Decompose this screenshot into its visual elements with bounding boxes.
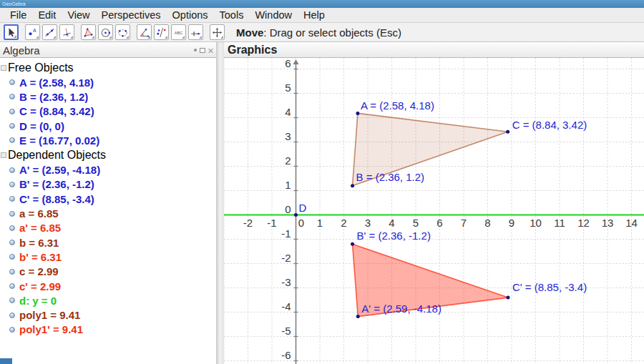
point-A[interactable] [356,112,359,115]
visibility-marble-icon[interactable] [9,327,15,333]
x-axis-label: 4 [389,217,394,229]
point-label-B-prime: B' = (2.36, -1.2) [357,230,431,242]
geogebra-window: GeoGebra File Edit View Perspectives Opt… [0,0,644,364]
visibility-marble-icon[interactable] [9,182,15,187]
panel-close-icon[interactable] [208,48,213,53]
visibility-marble-icon[interactable] [9,240,15,245]
tool-hint: Move: Drag or select objects (Esc) [236,26,401,39]
algebra-item-b[interactable]: b = 6.31 [0,235,216,250]
algebra-panel-header: Algebra [0,42,216,58]
x-axis-label: 8 [484,217,490,229]
panel-menu-icon[interactable] [194,49,197,51]
move-tool-button[interactable] [4,24,19,40]
point-label-B: B = (2.36, 1.2) [356,171,424,183]
move-canvas-icon [211,26,223,39]
algebra-item-d[interactable]: d: y = 0 [0,293,216,308]
svg-text:A: A [33,28,36,33]
menu-item-view[interactable]: View [62,8,95,22]
window-title: GeoGebra [2,1,26,6]
visibility-marble-icon[interactable] [9,225,15,231]
perpendicular-line-tool-button[interactable] [59,24,74,40]
algebra-item-c[interactable]: c = 2.99 [0,265,216,279]
window-titlebar[interactable]: GeoGebra [0,0,644,8]
algebra-item-text: poly1' = 9.41 [19,323,83,335]
visibility-marble-icon[interactable] [9,283,15,289]
visibility-marble-icon[interactable] [9,123,15,129]
menu-item-help[interactable]: Help [298,8,331,22]
algebra-item-B-prime[interactable]: B' = (2.36, -1.2) [0,177,216,192]
algebra-item-text: E = (16.77, 0.02) [19,134,99,147]
visibility-marble-icon[interactable] [9,137,15,143]
slider-tool-button[interactable] [188,24,203,40]
visibility-marble-icon[interactable] [9,167,15,173]
collapse-icon[interactable] [1,152,6,158]
algebra-item-a[interactable]: a = 6.85 [0,206,216,220]
angle-tool-button[interactable] [137,24,152,40]
line-tool-button[interactable] [42,24,57,40]
algebra-item-c-prime[interactable]: c' = 2.99 [0,279,216,293]
y-axis-label: 1 [285,179,291,191]
point-D[interactable] [294,213,298,217]
visibility-marble-icon[interactable] [9,196,15,202]
point-A-prime[interactable] [356,315,360,318]
algebra-item-A-prime[interactable]: A' = (2.59, -4.18) [0,162,216,177]
line-icon [44,26,56,39]
algebra-item-D[interactable]: D = (0, 0) [0,119,216,133]
x-axis-label: 1 [317,217,323,229]
ellipse-tool-button[interactable] [115,24,130,40]
point-B[interactable] [351,184,354,187]
y-axis-label: -2 [281,252,291,264]
move-graphics-view-button[interactable] [210,24,225,40]
menu-item-tools[interactable]: Tools [214,8,250,22]
algebra-item-C-prime[interactable]: C' = (8.85, -3.4) [0,192,216,206]
x-axis-label: 2 [341,217,346,229]
algebra-panel: Algebra Free ObjectsA = (2.58, 4.18)B = … [0,42,216,364]
algebra-item-poly1[interactable]: poly1 = 9.41 [0,308,216,322]
circle-tool-button[interactable] [98,24,113,40]
visibility-marble-icon[interactable] [9,313,15,318]
algebra-item-E[interactable]: E = (16.77, 0.02) [0,133,216,147]
abc-text-icon: ABC [172,26,185,39]
panel-divider[interactable] [216,42,224,364]
visibility-marble-icon[interactable] [9,269,15,275]
algebra-item-b-prime[interactable]: b' = 6.31 [0,250,216,264]
graphics-canvas[interactable]: -2-1012345678910111213146543210-1-2-3-4-… [224,58,644,364]
point-tool-button[interactable]: A [25,24,40,40]
algebra-section-dependent-objects[interactable]: Dependent Objects [0,147,216,162]
algebra-item-text: C' = (8.85, -3.4) [19,193,94,205]
algebra-item-a-prime[interactable]: a' = 6.85 [0,221,216,235]
algebra-item-text: B' = (2.36, -1.2) [19,178,94,190]
algebra-item-C[interactable]: C = (8.84, 3.42) [0,104,216,119]
x-axis-label: 11 [554,217,565,229]
collapse-icon[interactable] [1,65,6,71]
algebra-section-label: Free Objects [8,62,74,74]
visibility-marble-icon[interactable] [9,94,15,99]
algebra-section-free-objects[interactable]: Free Objects [0,60,216,75]
algebra-item-text: b' = 6.31 [19,251,62,263]
algebra-item-text: a' = 6.85 [19,222,61,234]
algebra-item-B[interactable]: B = (2.36, 1.2) [0,89,216,104]
point-C[interactable] [506,130,509,134]
text-tool-button[interactable]: ABC [171,24,186,40]
menu-item-options[interactable]: Options [167,8,214,22]
polygon-tool-button[interactable] [81,24,96,40]
visibility-marble-icon[interactable] [9,254,15,260]
algebra-item-poly1-prime[interactable]: poly1' = 9.41 [0,323,216,337]
menu-item-window[interactable]: Window [249,8,298,22]
reflect-tool-button[interactable] [154,24,169,40]
panel-undock-icon[interactable] [200,48,205,53]
visibility-marble-icon[interactable] [9,297,15,303]
menu-item-file[interactable]: File [4,8,32,22]
visibility-marble-icon[interactable] [9,211,15,217]
visibility-marble-icon[interactable] [9,109,15,114]
x-axis-label: 6 [436,217,442,229]
point-C-prime[interactable] [506,296,509,300]
menu-item-perspectives[interactable]: Perspectives [96,8,167,22]
reflect-icon [155,26,167,39]
y-axis-label: -3 [281,276,291,288]
point-B-prime[interactable] [351,242,354,246]
menu-item-edit[interactable]: Edit [32,8,62,22]
visibility-marble-icon[interactable] [9,79,15,85]
x-axis-label: 14 [625,217,638,229]
algebra-item-A[interactable]: A = (2.58, 4.18) [0,75,216,89]
